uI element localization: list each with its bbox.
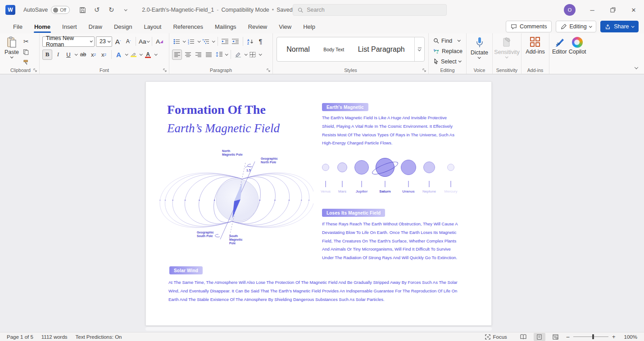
document-page[interactable]: Formation Of The Earth’s Magnetic Field …: [145, 81, 492, 326]
editing-mode-button[interactable]: Editing: [556, 21, 596, 32]
cut-button[interactable]: ✂: [22, 37, 31, 45]
focus-button[interactable]: Focus: [481, 332, 511, 341]
sensitivity-button[interactable]: Sensitivity: [495, 36, 518, 58]
find-button[interactable]: Find: [433, 36, 463, 46]
close-button[interactable]: ✕: [623, 0, 644, 20]
tab-file[interactable]: File: [7, 21, 28, 32]
tab-mailings[interactable]: Mailings: [209, 21, 242, 32]
line-spacing-button[interactable]: [214, 49, 223, 60]
copy-button[interactable]: [22, 48, 31, 56]
paste-button[interactable]: Paste: [5, 36, 19, 66]
tab-references[interactable]: References: [167, 21, 209, 32]
zoom-out-button[interactable]: −: [566, 333, 570, 341]
word-app-icon[interactable]: W: [5, 5, 15, 15]
quick-access-caret-icon[interactable]: [119, 4, 132, 16]
document-area: Formation Of The Earth’s Magnetic Field …: [0, 75, 644, 332]
style-body-text[interactable]: Body Text: [323, 47, 344, 52]
bullets-button[interactable]: [172, 36, 181, 47]
format-painter-button[interactable]: [22, 58, 31, 66]
sort-icon: AZ: [247, 39, 254, 45]
save-status[interactable]: Saved: [277, 7, 292, 13]
clipboard-group: Paste ✂ Clipboard: [2, 33, 40, 74]
share-button[interactable]: Share: [600, 21, 639, 32]
numbering-button[interactable]: 123: [187, 36, 196, 47]
align-center-button[interactable]: [183, 49, 192, 60]
redo-icon[interactable]: ↻: [105, 4, 118, 16]
restore-button[interactable]: [603, 0, 623, 20]
highlight-color-button[interactable]: [129, 49, 138, 60]
font-size-select[interactable]: 23: [96, 36, 112, 47]
align-left-button[interactable]: [172, 49, 182, 60]
planet-item: Saturn: [374, 154, 396, 193]
align-right-button[interactable]: [194, 49, 203, 60]
increase-indent-button[interactable]: [231, 36, 240, 47]
shrink-font-button[interactable]: Aˇ: [124, 36, 133, 47]
dictate-button[interactable]: Dictate: [469, 36, 490, 59]
borders-button[interactable]: [248, 49, 257, 60]
word-count[interactable]: 1112 words: [37, 332, 72, 341]
editor-button[interactable]: Editor: [552, 36, 567, 66]
print-layout-button[interactable]: [534, 333, 545, 341]
change-case-button[interactable]: Aa: [139, 36, 149, 47]
horizontal-scrollbar[interactable]: [145, 327, 492, 331]
zoom-slider[interactable]: [573, 337, 608, 337]
clipboard-dialog-launcher-icon[interactable]: [33, 68, 37, 72]
tab-layout[interactable]: Layout: [138, 21, 167, 32]
tab-insert[interactable]: Insert: [56, 21, 83, 32]
styles-dialog-launcher-icon[interactable]: [422, 68, 426, 72]
tab-design[interactable]: Design: [108, 21, 138, 32]
zoom-in-button[interactable]: +: [612, 333, 616, 340]
subscript-button[interactable]: x2: [89, 49, 98, 60]
voice-group: Dictate Voice: [467, 33, 493, 74]
select-button[interactable]: Select: [433, 56, 463, 67]
style-list-paragraph[interactable]: List Paragraph: [358, 45, 405, 54]
page-indicator[interactable]: Page 1 of 5: [3, 332, 37, 341]
undo-icon[interactable]: ↺: [91, 4, 103, 16]
font-color-button[interactable]: A: [144, 49, 153, 60]
avatar[interactable]: O: [564, 4, 576, 16]
tab-view[interactable]: View: [273, 21, 297, 32]
autosave-toggle[interactable]: Off: [51, 6, 70, 14]
grow-font-button[interactable]: Aˆ: [113, 36, 122, 47]
font-dialog-launcher-icon[interactable]: [163, 68, 167, 72]
tab-home[interactable]: Home: [28, 21, 56, 32]
sort-button[interactable]: AZ: [246, 36, 255, 47]
decrease-indent-button[interactable]: [221, 36, 230, 47]
zoom-level[interactable]: 100%: [620, 332, 641, 341]
styles-gallery-more-icon[interactable]: [414, 37, 424, 61]
clear-formatting-button[interactable]: A◢: [155, 36, 164, 47]
shading-button[interactable]: [234, 49, 243, 60]
underline-caret-icon[interactable]: [75, 54, 77, 56]
paragraph-dialog-launcher-icon[interactable]: [267, 68, 271, 72]
paragraph-group: 123 AZ ¶ Paragraph: [169, 33, 273, 74]
text-effects-button[interactable]: A: [114, 49, 123, 60]
bold-button[interactable]: B: [42, 49, 52, 60]
collapse-ribbon-icon[interactable]: [635, 63, 638, 71]
multilevel-list-button[interactable]: [201, 36, 210, 47]
zoom-slider-handle[interactable]: [592, 334, 594, 339]
search-input[interactable]: [307, 7, 442, 13]
autosave-control[interactable]: AutoSave Off: [23, 6, 70, 14]
comments-button[interactable]: Comments: [506, 21, 552, 32]
read-mode-button[interactable]: [517, 333, 529, 341]
tab-review[interactable]: Review: [242, 21, 273, 32]
replace-button[interactable]: bc Replace: [433, 46, 463, 56]
search-box[interactable]: [293, 4, 447, 16]
addins-icon: [530, 37, 541, 48]
justify-button[interactable]: [204, 49, 213, 60]
tab-draw[interactable]: Draw: [83, 21, 108, 32]
superscript-button[interactable]: x2: [100, 49, 109, 60]
font-family-select[interactable]: Times New Roman: [42, 36, 95, 47]
web-layout-button[interactable]: [550, 333, 562, 341]
addins-button[interactable]: Add-ins: [524, 36, 546, 55]
minimize-button[interactable]: ─: [582, 0, 603, 20]
copilot-button[interactable]: Copilot: [569, 36, 586, 66]
underline-button[interactable]: U: [64, 49, 73, 60]
strikethrough-button[interactable]: ab: [79, 49, 88, 60]
style-normal[interactable]: Normal: [286, 45, 310, 54]
tab-help[interactable]: Help: [297, 21, 321, 32]
italic-button[interactable]: I: [54, 49, 63, 60]
show-marks-button[interactable]: ¶: [256, 36, 265, 47]
save-icon[interactable]: [76, 4, 89, 16]
text-predictions[interactable]: Text Predictions: On: [72, 332, 126, 341]
